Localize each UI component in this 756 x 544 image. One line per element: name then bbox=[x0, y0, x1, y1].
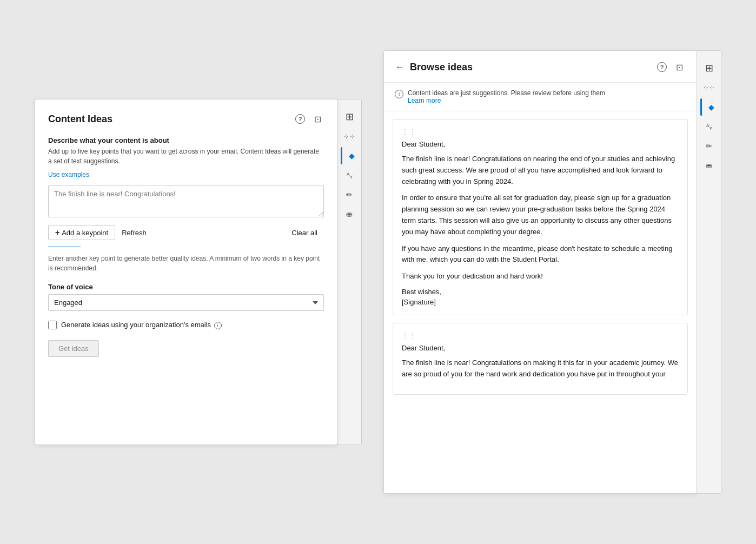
header-icon-group: ? ⊡ bbox=[294, 112, 324, 125]
panel-header: Content Ideas ? ⊡ bbox=[48, 112, 324, 125]
drag-handle[interactable]: ⋮⋮ bbox=[402, 128, 679, 136]
idea-para-4: Thank you for your dedication and hard w… bbox=[402, 271, 679, 282]
divider bbox=[48, 247, 81, 247]
back-arrow-btn[interactable]: ← bbox=[395, 62, 404, 73]
drag-handle-2[interactable]: ⋮⋮ bbox=[402, 332, 679, 340]
sidebar-layers-btn[interactable]: ⛂ bbox=[341, 205, 358, 223]
learn-more-link[interactable]: Learn more bbox=[408, 97, 441, 104]
idea-para-2: In order to ensure that you're all set f… bbox=[402, 193, 679, 237]
checkbox-row: Generate ideas using your organization's… bbox=[48, 321, 324, 329]
sidebar-person-edit-btn[interactable]: ᴬᵧ bbox=[341, 167, 358, 184]
add-keypoint-label: Add a keypoint bbox=[62, 229, 108, 237]
checkbox-info-icon[interactable]: i bbox=[214, 322, 222, 329]
sidebar-palette-btn[interactable]: ✏ bbox=[341, 186, 358, 203]
help-icon-btn[interactable]: ? bbox=[294, 112, 307, 125]
actions-row: + Add a keypoint Refresh Clear all bbox=[48, 225, 324, 240]
use-examples-link[interactable]: Use examples bbox=[48, 171, 89, 178]
idea-card-2: ⋮⋮ Dear Student, The finish line is near… bbox=[393, 323, 688, 395]
expand-icon: ⊡ bbox=[314, 114, 321, 124]
info-banner: i Content ideas are just suggestions. Pl… bbox=[384, 83, 697, 111]
idea-para-3: If you have any questions in the meantim… bbox=[402, 243, 679, 266]
browse-expand-btn[interactable]: ⊡ bbox=[673, 61, 686, 74]
expand-icon-btn[interactable]: ⊡ bbox=[311, 112, 324, 125]
sidebar-people-btn[interactable]: ⁘⁘ bbox=[341, 128, 358, 145]
idea-salutation: Dear Student, bbox=[402, 140, 679, 148]
browse-expand-icon: ⊡ bbox=[676, 62, 683, 72]
idea-card: ⋮⋮ Dear Student, The finish line is near… bbox=[393, 119, 688, 315]
back-title-group: ← Browse ideas bbox=[395, 62, 473, 73]
browse-help-btn[interactable]: ? bbox=[655, 61, 668, 74]
clear-all-button[interactable]: Clear all bbox=[285, 226, 324, 240]
r-sidebar-layers-btn[interactable]: ⛂ bbox=[700, 157, 718, 174]
idea-closing: Best wishes, bbox=[402, 288, 679, 296]
browse-ideas-title: Browse ideas bbox=[410, 62, 473, 73]
browse-ideas-section: ← Browse ideas ? ⊡ i Content ideas are j… bbox=[383, 50, 721, 494]
r-sidebar-people-btn[interactable]: ⁘⁘ bbox=[700, 79, 718, 96]
plus-icon: + bbox=[55, 228, 59, 237]
idea2-para-1: The finish line is near! Congratulations… bbox=[402, 357, 679, 380]
idea-signature: [Signature] bbox=[402, 298, 679, 306]
panel-title: Content Ideas bbox=[48, 114, 112, 125]
section-label: Describe what your content is about bbox=[48, 136, 324, 144]
sidebar-add-btn[interactable]: ⊞ bbox=[341, 108, 358, 125]
r-sidebar-content-ideas-btn[interactable]: ◆ bbox=[700, 98, 718, 116]
r-sidebar-palette-btn[interactable]: ✏ bbox=[700, 137, 718, 155]
section-desc: Add up to five key points that you want … bbox=[48, 147, 324, 166]
browse-header-icons: ? ⊡ bbox=[655, 61, 686, 74]
question-icon: ? bbox=[295, 114, 305, 124]
r-sidebar-add-btn[interactable]: ⊞ bbox=[700, 59, 718, 77]
idea-para-1: The finish line is near! Congratulations… bbox=[402, 154, 679, 187]
checkbox-label: Generate ideas using your organization's… bbox=[61, 321, 222, 329]
browse-ideas-header: ← Browse ideas ? ⊡ bbox=[384, 51, 697, 83]
content-ideas-panel: Content Ideas ? ⊡ Describe what your con… bbox=[35, 99, 337, 445]
idea2-salutation: Dear Student, bbox=[402, 344, 679, 352]
tone-select[interactable]: Engaged Formal Casual Enthusiastic bbox=[48, 294, 324, 311]
get-ideas-button[interactable]: Get ideas bbox=[48, 340, 99, 357]
browse-question-icon: ? bbox=[657, 62, 667, 72]
info-circle-icon: i bbox=[395, 90, 403, 98]
add-keypoint-button[interactable]: + Add a keypoint bbox=[48, 225, 115, 240]
sidebar-content-ideas-btn[interactable]: ◆ bbox=[341, 147, 358, 164]
r-sidebar-person-edit-btn[interactable]: ᴬᵧ bbox=[700, 118, 718, 135]
tone-label: Tone of voice bbox=[48, 283, 324, 291]
keypoint-textarea[interactable] bbox=[48, 185, 324, 217]
info-banner-text: Content ideas are just suggestions. Plea… bbox=[408, 89, 605, 104]
org-emails-checkbox[interactable] bbox=[48, 321, 57, 329]
ideas-list: ⋮⋮ Dear Student, The finish line is near… bbox=[384, 111, 697, 402]
browse-ideas-panel: ← Browse ideas ? ⊡ i Content ideas are j… bbox=[383, 50, 697, 494]
helper-text: Enter another key point to generate bett… bbox=[48, 254, 324, 273]
refresh-button[interactable]: Refresh bbox=[115, 226, 153, 240]
